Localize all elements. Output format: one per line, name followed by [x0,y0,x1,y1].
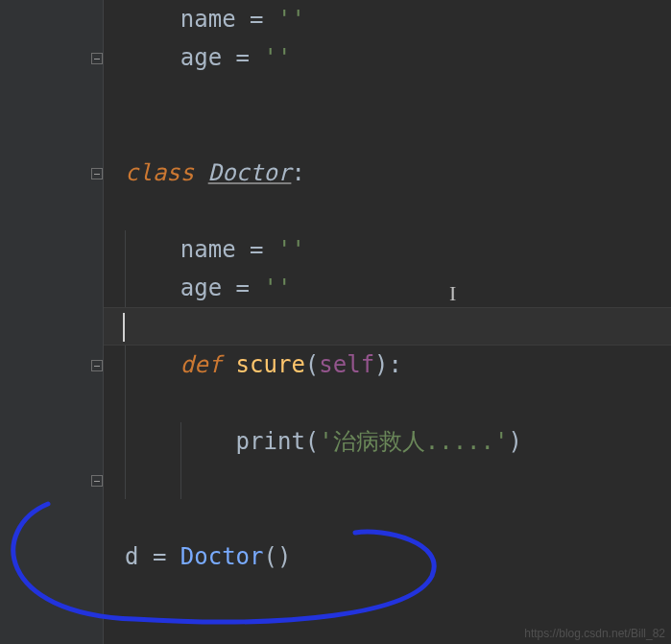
string-literal: '治病救人.....' [319,428,508,455]
whitespace [222,351,235,378]
code-line[interactable]: d = Doctor() [104,537,671,576]
string-literal: '' [277,236,305,263]
keyword-class: class [125,159,194,186]
identifier: name [180,236,236,263]
colon: : [389,351,402,378]
caret-icon [123,313,125,342]
identifier: d [125,543,138,570]
code-line[interactable]: age = '' [104,38,671,77]
code-line[interactable]: age = ''I [104,269,671,307]
parens: () [264,543,292,570]
operator: = [222,44,263,71]
fold-marker-icon[interactable] [91,475,103,487]
builtin-print: print [236,428,305,455]
operator: = [222,274,263,301]
editor-gutter [0,0,104,644]
operator: = [138,543,180,570]
code-line[interactable]: class Doctor: [104,154,671,192]
fold-marker-icon[interactable] [91,53,103,64]
operator: = [236,6,277,33]
string-literal: '' [264,44,292,71]
fold-marker-icon[interactable] [91,360,103,371]
code-line[interactable] [104,192,671,230]
keyword-def: def [180,351,222,378]
watermark-text: https://blog.csdn.net/Bill_82 [524,627,665,640]
code-editor[interactable]: name = '' age = '' class Doctor: name = … [104,0,671,644]
code-line[interactable] [104,77,671,115]
code-line[interactable] [104,461,671,499]
colon: : [291,159,304,186]
self-param: self [319,351,374,378]
identifier: age [180,44,222,71]
identifier: age [180,274,222,301]
paren-close: ) [508,428,521,455]
identifier: name [180,6,236,33]
fold-marker-icon[interactable] [91,168,103,179]
paren-close: ) [374,351,388,378]
operator: = [236,236,277,263]
code-line[interactable]: def scure(self): [104,346,671,384]
code-line-active[interactable] [104,307,671,346]
string-literal: '' [264,274,292,301]
paren-open: ( [305,428,319,455]
code-line[interactable]: name = '' [104,0,671,38]
string-literal: '' [277,6,305,33]
code-line[interactable] [104,499,671,537]
code-line[interactable] [104,384,671,422]
code-line[interactable]: name = '' [104,230,671,269]
whitespace [194,159,207,186]
paren-open: ( [305,351,319,378]
code-line[interactable] [104,115,671,154]
function-name: scure [236,351,305,378]
code-line[interactable]: print('治病救人.....') [104,422,671,461]
class-call: Doctor [180,543,264,570]
class-name: Doctor [208,159,292,186]
